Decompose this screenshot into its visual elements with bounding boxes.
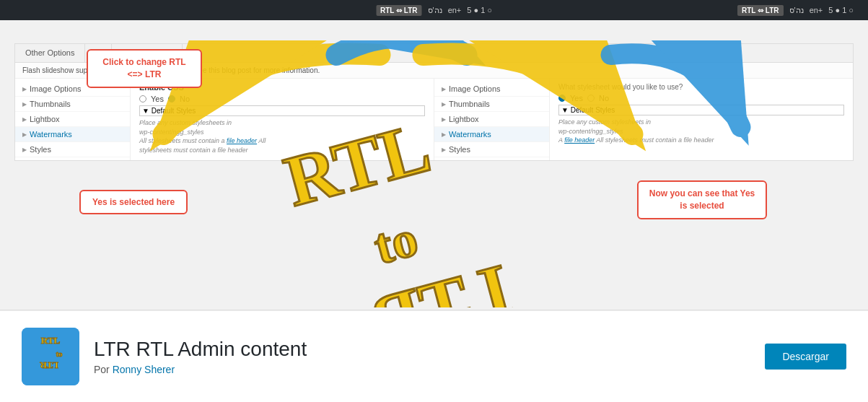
- sidebar-styles: ▶ Styles: [15, 142, 130, 157]
- settings-tabs: Other Options ▶ Other Options: [15, 44, 853, 63]
- settings-screenshot: Other Options ▶ Other Options Flash slid…: [14, 43, 854, 161]
- radio-yes-selected-right[interactable]: [558, 95, 566, 102]
- sidebar-image-options: ▶ Image Options: [15, 82, 130, 97]
- admin-bar-item: en+: [810, 6, 823, 14]
- settings-sidebar-left: ▶ Image Options ▶ Thumbnails ▶ Lightbox …: [15, 79, 131, 160]
- svg-text:to: to: [56, 349, 63, 358]
- admin-bar-right: RTL ⇔ LTR נה'ס en+ 5 ● 1 ○: [737, 5, 854, 16]
- right-description: Place any custom stylesheets in wp-conte…: [558, 118, 844, 145]
- download-button[interactable]: Descargar: [765, 344, 846, 370]
- sidebar-lightbox-right: ▶ Lightbox: [434, 112, 549, 127]
- admin-bar-item: נה'ס: [428, 6, 442, 15]
- left-stylesheet-select[interactable]: ▼ Default Styles: [139, 105, 425, 116]
- author-link[interactable]: Ronny Sherer: [113, 364, 175, 375]
- admin-bar-item: 5 ● 1 ○: [467, 6, 492, 14]
- tab-other-options-left: Other Options: [15, 44, 85, 62]
- plugin-title: LTR RTL Admin content: [94, 338, 750, 361]
- flash-notice: Flash slideshow support for NextGEN Gall…: [15, 63, 853, 79]
- svg-text:LTR: LTR: [359, 249, 518, 307]
- left-description: Place any custom stylesheets in wp-conte…: [139, 118, 425, 154]
- screenshot-container: RTL ⇔ LTR נה'ס en+ 5 ● 1 ○ RTL ⇔ LTR נה'…: [0, 0, 868, 310]
- plugin-author: Por Ronny Sherer: [94, 364, 750, 375]
- callout-yes-selected-right: Now you can see that Yes is selected: [637, 180, 767, 219]
- svg-text:RTL: RTL: [41, 335, 61, 346]
- sidebar-watermarks-right: ▶ Watermarks: [434, 127, 549, 142]
- tab-other-options-right: Other Options: [112, 44, 182, 62]
- right-radio-row: Yes No: [558, 94, 844, 102]
- sidebar-thumbnails-right: ▶ Thumbnails: [434, 97, 549, 112]
- radio-no-unselected-right[interactable]: [587, 95, 595, 102]
- plugin-icon: RTL to LTR: [22, 328, 79, 385]
- sidebar-image-options-right: ▶ Image Options: [434, 82, 549, 97]
- file-header-link-left[interactable]: file header: [227, 137, 257, 144]
- radio-yes-label: Yes: [151, 95, 164, 103]
- settings-main-left: Enable CSS Yes No ▼ Default Styles Place…: [131, 79, 434, 160]
- rtl-ltr-badge-right: RTL ⇔ LTR: [737, 5, 784, 16]
- admin-bar-item: נה'ס: [789, 6, 804, 15]
- left-radio-row: Yes No: [139, 95, 425, 103]
- settings-sidebar-right: ▶ Image Options ▶ Thumbnails ▶ Lightbox …: [434, 79, 550, 160]
- radio-yes-unselected[interactable]: [139, 95, 146, 102]
- left-field-label: Enable CSS: [139, 83, 425, 92]
- plugin-icon-svg: RTL to LTR: [22, 328, 79, 385]
- admin-bar-item: 5 ● 1 ○: [828, 6, 854, 14]
- radio-no-label: No: [180, 95, 190, 103]
- radio-yes-label-right: Yes: [570, 94, 583, 102]
- sidebar-thumbnails: ▶ Thumbnails: [15, 97, 130, 112]
- blog-post-link[interactable]: this blog post: [209, 66, 251, 74]
- right-field-desc: What stylesheet would you like to use?: [558, 83, 844, 91]
- bottom-section: RTL to LTR LTR RTL Admin content Por Ron…: [0, 310, 868, 402]
- right-stylesheet-select[interactable]: ▼ Default Styles: [558, 105, 844, 115]
- rtl-ltr-badge-left: RTL ⇔ LTR: [376, 5, 422, 16]
- callout-yes-selected-left: Yes is selected here: [79, 190, 188, 214]
- radio-no-label-right: No: [599, 94, 609, 102]
- svg-text:to: to: [368, 210, 423, 274]
- radio-no-selected[interactable]: [168, 95, 175, 102]
- tab-arrow: ▶: [85, 44, 112, 62]
- svg-text:LTR: LTR: [40, 360, 58, 371]
- admin-bar: RTL ⇔ LTR נה'ס en+ 5 ● 1 ○ RTL ⇔ LTR נה'…: [0, 0, 868, 20]
- admin-bar-item: en+: [448, 6, 462, 14]
- sidebar-styles-right: ▶ Styles: [434, 142, 549, 157]
- settings-main-right: What stylesheet would you like to use? Y…: [550, 79, 853, 160]
- sidebar-watermarks-active: ▶ Watermarks: [15, 127, 130, 142]
- sidebar-lightbox: ▶ Lightbox: [15, 112, 130, 127]
- plugin-info: LTR RTL Admin content Por Ronny Sherer: [94, 338, 750, 375]
- settings-body: ▶ Image Options ▶ Thumbnails ▶ Lightbox …: [15, 79, 853, 160]
- author-label: Por: [94, 364, 110, 375]
- admin-bar-left: RTL ⇔ LTR נה'ס en+ 5 ● 1 ○: [376, 5, 492, 16]
- file-header-link-right[interactable]: file header: [564, 136, 595, 144]
